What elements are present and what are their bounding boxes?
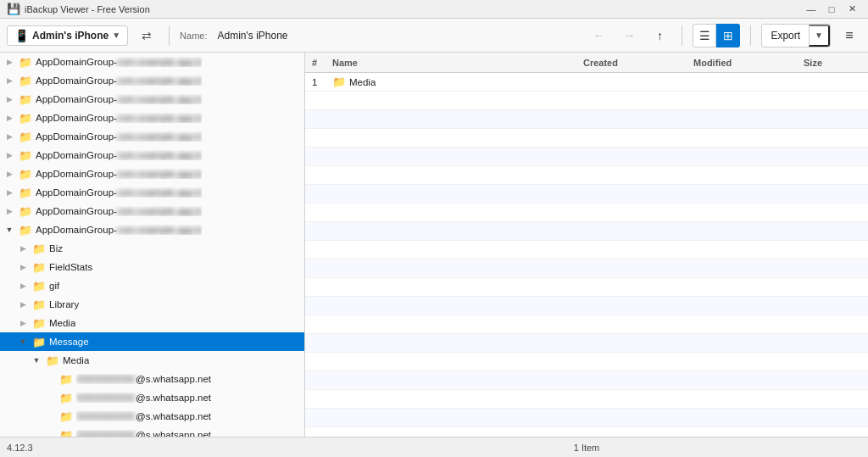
- tree-item-app2[interactable]: ▶📁AppDomainGroup-com.example.app.blurred…: [0, 71, 304, 90]
- empty-row: [305, 353, 868, 371]
- tree-label: Media: [49, 318, 75, 328]
- tree-item-app7[interactable]: ▶📁AppDomainGroup-com.example.app.blurred…: [0, 164, 304, 183]
- tree-expander: [44, 429, 56, 437]
- empty-row: [305, 203, 868, 222]
- folder-icon: 📁: [19, 187, 32, 199]
- export-dropdown-button[interactable]: ▼: [809, 25, 830, 47]
- empty-row: [305, 129, 868, 148]
- tree-item-wa3[interactable]: 📁XXXXXXXXXXXXXXX@s.whatsapp.net: [0, 407, 304, 426]
- tree-item-app4[interactable]: ▶📁AppDomainGroup-com.example.app.blurred…: [0, 109, 304, 127]
- folder-icon: 📁: [59, 373, 73, 386]
- empty-row: [305, 222, 868, 241]
- menu-button[interactable]: ≡: [837, 24, 861, 47]
- maximize-button[interactable]: □: [822, 0, 841, 19]
- row-num: 1: [305, 77, 329, 87]
- minimize-button[interactable]: —: [802, 0, 821, 19]
- tree-item-media[interactable]: ▶📁Media: [0, 314, 304, 332]
- col-created-header: Created: [580, 58, 690, 68]
- tree-item-app9[interactable]: ▶📁AppDomainGroup-com.example.app.blurred…: [0, 202, 304, 220]
- device-icon: 📱: [14, 29, 29, 42]
- tree-expander: [44, 373, 56, 385]
- folder-icon: 📁: [59, 410, 73, 423]
- tree-expander: ▶: [3, 56, 15, 68]
- device-selector[interactable]: 📱 Admin's iPhone ▼: [7, 25, 128, 46]
- empty-row: [305, 334, 868, 353]
- folder-icon: 📁: [32, 242, 46, 255]
- tree-item-wa2[interactable]: 📁XXXXXXXXXXXXXXX@s.whatsapp.net: [0, 388, 304, 407]
- folder-icon: 📁: [19, 131, 32, 143]
- tree-expander: ▶: [3, 187, 15, 198]
- up-button[interactable]: ↑: [648, 24, 671, 47]
- tree-expander: [44, 410, 56, 422]
- export-button-group: Export ▼: [761, 24, 831, 47]
- tree-item-app5[interactable]: ▶📁AppDomainGroup-com.example.app.blurred…: [0, 127, 304, 146]
- tree-expander: [44, 392, 56, 404]
- transfer-button[interactable]: ⇄: [135, 24, 159, 47]
- tree-expander: ▶: [3, 168, 15, 180]
- folder-icon: 📁: [32, 298, 46, 311]
- tree-item-fieldstats[interactable]: ▶📁FieldStats: [0, 258, 304, 276]
- table-row[interactable]: 1 📁 Media: [305, 73, 868, 92]
- tree-expander: ▶: [3, 131, 15, 142]
- tree-item-library[interactable]: ▶📁Library: [0, 295, 304, 314]
- list-view-icon: ☰: [699, 29, 710, 42]
- grid-view-icon: ⊞: [723, 29, 733, 42]
- status-version: 4.12.3: [7, 443, 312, 453]
- tree-item-wa4[interactable]: 📁XXXXXXXXXXXXXXX@s.whatsapp.net: [0, 426, 304, 437]
- tree-label: AppDomainGroup-com.example.app.blurred.s…: [36, 113, 202, 123]
- tree-label: gif: [49, 281, 59, 291]
- grid-view-button[interactable]: ⊞: [716, 24, 740, 47]
- right-panel: # Name Created Modified Size 1 📁 Media: [305, 53, 868, 437]
- folder-icon: 📁: [19, 56, 32, 69]
- tree-label: AppDomainGroup-com.example.app.blurred.s…: [36, 169, 202, 179]
- tree-item-gif[interactable]: ▶📁gif: [0, 276, 304, 295]
- device-name: Admin's iPhone: [32, 30, 108, 42]
- app-icon: 💾: [7, 3, 20, 15]
- forward-button[interactable]: →: [617, 24, 641, 47]
- folder-icon: 📁: [32, 280, 46, 293]
- tree-item-app8[interactable]: ▶📁AppDomainGroup-com.example.app.blurred…: [0, 183, 304, 202]
- folder-icon: 📁: [32, 261, 46, 274]
- folder-icon: 📁: [59, 392, 73, 404]
- tree-label: AppDomainGroup-com.example.app.blurred.s…: [36, 131, 202, 142]
- list-view-button[interactable]: ☰: [693, 24, 716, 47]
- tree-label: AppDomainGroup-com.example.app.blurred.s…: [36, 75, 202, 86]
- tree-expander: ▼: [17, 336, 29, 348]
- status-item-count: 1 Item: [312, 443, 861, 453]
- empty-row: [305, 110, 868, 129]
- empty-row: [305, 278, 868, 297]
- folder-icon: 📁: [19, 149, 32, 162]
- tree-item-app6[interactable]: ▶📁AppDomainGroup-com.example.app.blurred…: [0, 146, 304, 164]
- col-size-header: Size: [800, 58, 868, 68]
- tree-item-message[interactable]: ▼📁Message: [0, 332, 304, 351]
- tree-label: XXXXXXXXXXXXXXX@s.whatsapp.net: [76, 393, 211, 403]
- tree-item-biz[interactable]: ▶📁Biz: [0, 239, 304, 258]
- export-main-button[interactable]: Export: [762, 25, 809, 47]
- col-num-header: #: [305, 58, 329, 68]
- empty-row: [305, 259, 868, 278]
- close-button[interactable]: ✕: [843, 0, 861, 19]
- tree-item-wa1[interactable]: 📁XXXXXXXXXXXXXXX@s.whatsapp.net: [0, 370, 304, 388]
- tree-label: FieldStats: [49, 262, 92, 272]
- back-button[interactable]: ←: [587, 24, 610, 47]
- left-panel: ▶📁AppDomainGroup-com.example.app.blurred…: [0, 53, 305, 437]
- empty-row: [305, 166, 868, 185]
- empty-row: [305, 427, 868, 437]
- name-label: Name:: [180, 31, 207, 41]
- folder-icon: 📁: [32, 317, 46, 330]
- tree-label: AppDomainGroup-com.example.app.blurred.s…: [36, 225, 202, 235]
- toolbar-separator-2: [682, 25, 682, 46]
- tree-item-media2[interactable]: ▼📁Media: [0, 351, 304, 370]
- row-name: 📁 Media: [329, 75, 580, 88]
- tree-item-app10[interactable]: ▼📁AppDomainGroup-com.example.app.blurred…: [0, 220, 304, 239]
- tree-item-app1[interactable]: ▶📁AppDomainGroup-com.example.app.blurred…: [0, 53, 304, 71]
- empty-row: [305, 241, 868, 259]
- file-list: 1 📁 Media: [305, 73, 868, 437]
- empty-row: [305, 409, 868, 427]
- folder-icon: 📁: [19, 93, 32, 106]
- tree-item-app3[interactable]: ▶📁AppDomainGroup-com.example.app.blurred…: [0, 90, 304, 109]
- tree-expander: ▼: [31, 354, 42, 366]
- empty-row: [305, 92, 868, 110]
- tree-expander: ▶: [3, 112, 15, 124]
- tree-label: AppDomainGroup-com.example.app.blurred.s…: [36, 94, 202, 104]
